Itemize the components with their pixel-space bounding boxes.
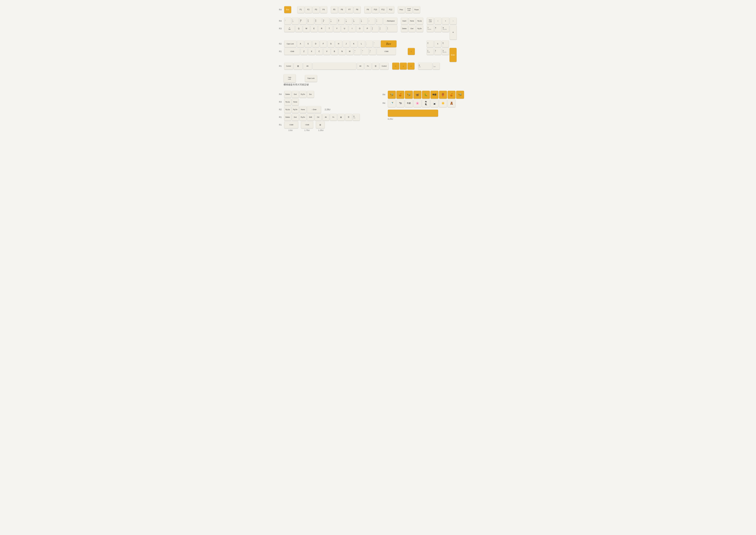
bee-white-3[interactable]: 牛奶 bbox=[405, 99, 413, 107]
key-numdot[interactable]: . Del bbox=[433, 63, 440, 70]
key-num-minus[interactable]: − bbox=[450, 17, 457, 24]
key-f6[interactable]: F6 bbox=[338, 6, 345, 13]
key-num5[interactable]: 5 bbox=[434, 40, 441, 47]
key-o[interactable]: O bbox=[356, 25, 363, 32]
key-end[interactable]: End bbox=[409, 25, 416, 32]
key-home[interactable]: Home bbox=[409, 17, 416, 24]
extra-key-lshift2[interactable]: ⇧Shift bbox=[284, 121, 298, 128]
extra-key-enter[interactable]: ←Enter bbox=[307, 106, 321, 113]
bee-white-4[interactable]: 🌸 bbox=[414, 99, 421, 107]
key-f7[interactable]: F7 bbox=[346, 6, 353, 13]
key-equals[interactable]: + = bbox=[376, 17, 383, 24]
key-arrow-down[interactable]: ↓ bbox=[400, 63, 407, 70]
key-f1[interactable]: F1 bbox=[297, 6, 304, 13]
key-u[interactable]: U bbox=[341, 25, 348, 32]
key-backspace[interactable]: ←Backspace bbox=[383, 17, 397, 24]
key-6[interactable]: ^ 6 bbox=[330, 17, 337, 24]
key-7[interactable]: & 7 bbox=[338, 17, 344, 24]
key-num2[interactable]: 2 ↓ bbox=[434, 48, 441, 55]
key-g[interactable]: G bbox=[328, 40, 335, 47]
key-scroll-lock[interactable]: ScrollLock bbox=[406, 6, 413, 13]
extra-key-esc[interactable]: Esc bbox=[307, 91, 314, 98]
bee-white-6[interactable]: 🍙 bbox=[430, 99, 439, 107]
key-k[interactable]: K bbox=[350, 40, 357, 47]
bee-icon-8[interactable]: 🍯 bbox=[447, 91, 455, 99]
extra-key-home2[interactable]: Home bbox=[299, 106, 307, 113]
key-z[interactable]: Z bbox=[301, 48, 308, 55]
key-num3[interactable]: 3 Pg Dn bbox=[442, 48, 449, 55]
key-v[interactable]: V bbox=[323, 48, 330, 55]
key-comma[interactable]: < , bbox=[354, 48, 361, 55]
key-period[interactable]: > . bbox=[362, 48, 368, 55]
key-pgup-nav[interactable]: Pg Up bbox=[416, 17, 423, 24]
key-lwin[interactable]: ⊞ bbox=[294, 63, 303, 70]
key-b[interactable]: B bbox=[331, 48, 338, 55]
key-a[interactable]: A bbox=[297, 40, 304, 47]
key-lctrl[interactable]: Control bbox=[284, 63, 293, 70]
key-num9[interactable]: 9 Pg Up bbox=[442, 25, 449, 32]
bee-white-2[interactable]: 🐄 bbox=[396, 99, 404, 107]
key-quote[interactable]: " ' bbox=[373, 40, 380, 47]
key-arrow-left[interactable]: ← bbox=[392, 63, 399, 70]
key-semicolon[interactable]: : ; bbox=[365, 40, 373, 47]
key-slash[interactable]: ? / bbox=[369, 48, 376, 55]
extra-key-win2[interactable]: ⊞ bbox=[316, 121, 325, 128]
key-q[interactable]: Q bbox=[295, 25, 302, 32]
key-f2[interactable]: F2 bbox=[305, 6, 312, 13]
key-f8[interactable]: F8 bbox=[354, 6, 361, 13]
key-num-multiply[interactable]: × bbox=[442, 17, 449, 24]
extra-key-rshift2[interactable]: ⇧Shift bbox=[301, 121, 313, 128]
key-c[interactable]: C bbox=[316, 48, 323, 55]
key-r[interactable]: R bbox=[318, 25, 325, 32]
key-num8[interactable]: 8 ↑ bbox=[434, 25, 442, 32]
key-e[interactable]: E bbox=[310, 25, 317, 32]
key-numlock[interactable]: NumLock bbox=[427, 17, 434, 24]
bee-icon-9[interactable]: 🐝 bbox=[456, 91, 464, 99]
key-prtsc[interactable]: Prtsc bbox=[398, 6, 405, 13]
key-1[interactable]: ! 1 bbox=[292, 17, 299, 24]
key-t[interactable]: T bbox=[326, 25, 333, 32]
key-l[interactable]: L bbox=[358, 40, 365, 47]
extra-key-end2[interactable]: End bbox=[292, 114, 299, 121]
key-minus[interactable]: _ - bbox=[368, 17, 375, 24]
key-num1[interactable]: 1 End bbox=[427, 48, 434, 55]
bee-icon-1[interactable]: 🐝 bbox=[388, 91, 396, 99]
bee-icon-2[interactable]: 🍯 bbox=[396, 91, 404, 99]
key-0[interactable]: ) 0 bbox=[361, 17, 367, 24]
key-ralt[interactable]: Alt bbox=[357, 63, 364, 70]
key-num7[interactable]: 7 Home bbox=[427, 25, 434, 32]
key-lbracket[interactable]: { [ bbox=[371, 25, 379, 32]
key-s[interactable]: S bbox=[305, 40, 311, 47]
key-f12[interactable]: F12 bbox=[387, 6, 394, 13]
key-i[interactable]: I bbox=[349, 25, 356, 32]
bee-icon-3[interactable]: 🐝 bbox=[405, 91, 413, 99]
key-x[interactable]: X bbox=[308, 48, 315, 55]
key-8[interactable]: * 8 bbox=[345, 17, 352, 24]
key-4[interactable]: $ 4 bbox=[315, 17, 322, 24]
extra-key-alt[interactable]: Alt bbox=[322, 114, 329, 121]
key-capslock-variant2[interactable]: Caps Lock bbox=[305, 75, 317, 82]
key-arrow-up[interactable]: ↑ bbox=[408, 48, 415, 55]
key-m[interactable]: M bbox=[346, 48, 353, 55]
key-rshift[interactable]: ⇧Shift bbox=[377, 48, 396, 55]
key-num4[interactable]: 4 ← bbox=[427, 40, 434, 47]
extra-key-pgdn2[interactable]: Pg Dn bbox=[292, 106, 299, 113]
key-num0[interactable]: 0 Ins bbox=[418, 63, 432, 70]
key-5[interactable]: % 5 bbox=[322, 17, 329, 24]
bee-white-7[interactable]: ☀️ bbox=[439, 99, 447, 107]
key-backslash[interactable]: | \ bbox=[387, 25, 397, 32]
key-delete[interactable]: Delete bbox=[401, 25, 408, 32]
key-capslock-variant1[interactable]: CapsLock bbox=[284, 74, 296, 82]
bee-white-1[interactable]: 🍼 bbox=[388, 99, 396, 107]
extra-key-pgdn3[interactable]: Pg Dn bbox=[299, 114, 307, 121]
extra-key-ctrl[interactable]: Ctrl bbox=[315, 114, 322, 121]
key-j[interactable]: J bbox=[343, 40, 350, 47]
key-rbracket[interactable]: } ] bbox=[379, 25, 386, 32]
key-rctrl[interactable]: Control bbox=[380, 63, 389, 70]
key-enter-bee[interactable]: Bee bbox=[381, 40, 396, 47]
extra-key-0ins[interactable]: 0 Ins bbox=[353, 114, 360, 121]
extra-key-end[interactable]: End bbox=[292, 91, 299, 98]
key-esc[interactable]: Esc bbox=[284, 6, 291, 13]
key-pgdn-nav[interactable]: Pg Dn bbox=[416, 25, 423, 32]
extra-key-win[interactable]: ⊞ bbox=[338, 114, 344, 121]
